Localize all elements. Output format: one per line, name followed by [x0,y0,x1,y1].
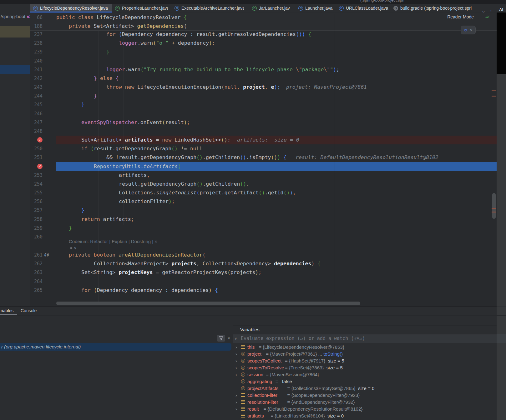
line-number[interactable]: 66 [30,13,43,22]
line-number[interactable]: 254 [30,180,43,188]
chevron-right-icon[interactable]: › [235,392,237,399]
line-number[interactable]: 247 [30,118,43,127]
code-line[interactable]: 244} [30,92,497,100]
variable-row-scopesToCollect[interactable]: ›pscopesToCollect= {HashSet@7917} size =… [233,358,497,364]
code-line[interactable]: 240 [30,57,497,65]
line-number[interactable]: 255 [30,188,43,197]
reader-mode-label[interactable]: Reader Mode [447,12,474,21]
editor-tab-4[interactable]: CJarLauncher.java [249,4,290,12]
close-icon[interactable]: × [470,28,473,32]
code-line[interactable]: 66public class LifecycleDependencyResolv… [30,13,497,22]
editor-tab-5[interactable]: CLauncher.java [295,4,333,12]
code-line[interactable]: 237for (Dependency dependency : result.g… [30,30,497,39]
editor-horizontal-scrollbar[interactable] [56,302,360,305]
error-stripe-mark[interactable] [492,208,496,209]
variable-row-project[interactable]: ›pproject= {MavenProject@7861} ... toStr… [233,351,497,358]
chevron-down-icon[interactable]: ∨ [226,335,231,342]
editor-tab-2[interactable]: CPropertiesLauncher.java [112,4,168,12]
project-tree-row-selected[interactable] [0,65,30,74]
code-line[interactable]: 246 [30,109,497,118]
line-number[interactable]: 253 [30,171,43,180]
variable-row-result[interactable]: ›result= {DefaultDependencyResolutionRes… [233,406,497,412]
tostring-link[interactable]: toString() [323,351,343,357]
line-number[interactable]: 257 [30,206,43,215]
line-number[interactable]: 243 [30,83,43,92]
error-stripe-mark[interactable] [492,212,496,212]
variable-row-resolutionFilter[interactable]: ›resolutionFilter= {AndDependencyFilter@… [233,399,497,406]
error-stripe-mark[interactable] [492,96,496,97]
chevron-right-icon[interactable]: › [235,406,237,412]
annotation-gutter-icon[interactable]: @ [44,251,49,259]
code-line[interactable]: 241logger.warn("Try running the build up… [30,65,497,74]
tab-variables[interactable]: riables [1,307,13,315]
code-line[interactable]: ✓RepositoryUtils.toArtifacts( [30,162,497,171]
line-number[interactable]: 251 [30,153,43,162]
line-number[interactable]: 238 [30,39,43,48]
breakpoint-icon[interactable]: ✓ [37,164,43,169]
variable-row-session[interactable]: ›psession= {MavenSession@7864} [233,371,497,378]
chevron-right-icon[interactable]: › [235,399,237,406]
line-number[interactable]: 240 [30,57,43,65]
code-line[interactable]: 261@private boolean areAllDependenciesIn… [30,251,497,259]
code-line[interactable]: 250if (result.getDependencyGraph() != nu… [30,144,497,153]
evaluate-expression-input[interactable]: ∨ Evaluate expression (↵) or add a watch… [233,334,497,343]
stack-frame-selected[interactable]: r (org.apache.maven.lifecycle.internal) [0,343,231,351]
code-line[interactable]: 264 [30,277,497,286]
chevron-right-icon[interactable]: › [235,371,237,378]
codeium-hint[interactable]: Codeium: Refactor | Explain | Docstring … [69,238,157,245]
code-line[interactable]: 253artifacts, [30,171,497,180]
editor-tab-1[interactable]: CLifecycleDependencyResolver.java× [30,4,112,12]
line-number[interactable]: 188 [30,22,43,31]
line-number[interactable]: 245 [30,100,43,109]
project-root-label[interactable]: /spring-boot v3 [1,14,30,19]
chevron-down-icon[interactable]: ∨ [235,334,237,343]
line-number[interactable]: 250 [30,144,43,153]
line-number[interactable]: 262 [30,259,43,268]
variable-row-this[interactable]: ›this= {LifecycleDependencyResolver@7853… [233,344,497,351]
code-line[interactable]: 251&& !result.getDependencyGraph().getCh… [30,153,497,162]
variable-row-artifacts[interactable]: artifacts= {LinkedHashSet@8104} size = 0 [233,412,497,419]
code-line[interactable]: Codeium: Refactor | Explain | Docstring … [30,238,497,245]
gradle-sync-popup[interactable]: ↻ × [461,26,476,34]
line-number[interactable]: 246 [30,109,43,118]
line-number[interactable]: 248 [30,127,43,136]
line-number[interactable]: 237 [30,30,43,39]
variable-row-scopesToResolve[interactable]: ›pscopesToResolve= {TreeSet@7863} size =… [233,364,497,371]
commit-checks-passed-icon[interactable]: ✓✓ [485,12,488,21]
code-line[interactable]: 257} [30,206,497,215]
line-number[interactable]: 256 [30,197,43,206]
code-line[interactable]: 247eventSpyDispatcher.onEvent(result); [30,118,497,127]
editor-tab-3[interactable]: CExecutableArchiveLauncher.java [171,4,244,12]
gradle-sync-icon[interactable]: ↻ [464,28,468,32]
code-line[interactable]: 243throw new LifecycleExecutionException… [30,83,497,92]
code-line[interactable]: 255Collections.singletonList(project.get… [30,188,497,197]
code-line[interactable]: 265for (Dependency dependency : dependen… [30,286,497,295]
project-tree-row-highlight[interactable] [0,26,30,38]
line-number[interactable]: 241 [30,65,43,74]
code-line[interactable]: ✓Set<Artifact> artifacts = new LinkedHas… [30,136,497,144]
line-number[interactable]: 258 [30,215,43,224]
code-line[interactable]: 263Set<String> projectKeys = getReactorP… [30,268,497,277]
chevron-right-icon[interactable]: › [235,358,237,364]
line-number[interactable]: 261 [30,251,43,259]
line-number[interactable]: 239 [30,48,43,56]
line-number[interactable]: 259 [30,224,43,232]
code-line[interactable]: 248 [30,127,497,136]
line-number[interactable]: 264 [30,277,43,286]
code-line[interactable]: 239} [30,48,497,56]
chevron-right-icon[interactable]: › [235,364,237,371]
code-line[interactable]: 242} else { [30,74,497,83]
code-line[interactable]: 259} [30,224,497,232]
code-editor[interactable]: 66public class LifecycleDependencyResolv… [30,12,497,306]
filter-button[interactable] [217,335,225,342]
line-number[interactable]: 265 [30,286,43,295]
code-line[interactable]: 238logger.warn("o " + dependency); [30,39,497,48]
chevron-right-icon[interactable]: › [235,351,237,358]
line-number[interactable]: 244 [30,92,43,100]
variable-row-aggregating[interactable]: paggregating= false [233,378,497,385]
tab-console[interactable]: Console [21,307,37,315]
error-stripe-mark[interactable] [492,90,496,91]
code-line[interactable]: 254result.getDependencyGraph().getChildr… [30,180,497,188]
breakpoint-icon[interactable]: ✓ [37,137,43,142]
line-number[interactable]: 263 [30,268,43,277]
